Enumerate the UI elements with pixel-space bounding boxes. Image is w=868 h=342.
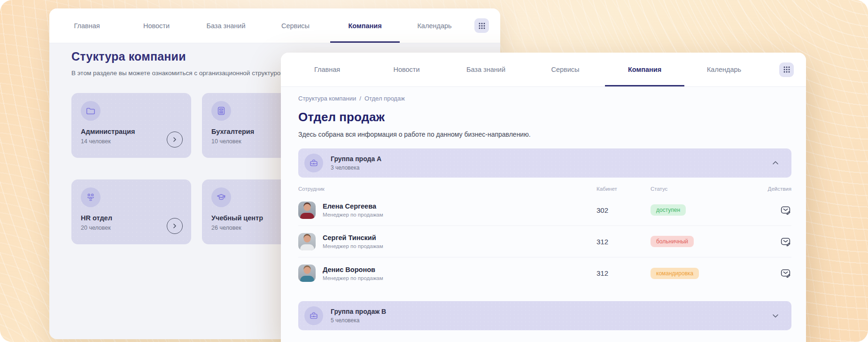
team-icon [81,187,101,207]
department-name: Администрация [81,128,182,135]
page-background: Главная Новости База знаний Сервисы Комп… [0,0,868,342]
tab-company[interactable]: Компания [330,8,400,43]
chevron-down-icon[interactable] [772,312,779,319]
column-header-room: Кабинет [597,186,651,192]
apps-menu-button[interactable] [474,18,489,33]
status-badge: командировка [651,268,699,279]
chevron-up-icon[interactable] [772,159,779,167]
employee-table: Сотрудник Кабинет Статус Действия Елена … [298,184,791,289]
compose-mail-icon[interactable] [780,236,791,248]
folder-icon [81,101,101,121]
page-title: Отдел продаж [298,110,791,124]
employee-room: 312 [597,269,651,277]
breadcrumb-company-structure[interactable]: Структура компании [298,95,356,102]
breadcrumb-current: Отдел продаж [364,95,405,102]
chevron-right-circle-icon[interactable] [167,132,183,148]
calculator-icon [211,101,231,121]
avatar [298,233,316,250]
apps-menu-button[interactable] [779,62,794,77]
tab-knowledge-base[interactable]: База знаний [446,53,526,86]
status-badge: больничный [651,236,694,247]
group-header-sales-b[interactable]: Группа продаж В 5 человека [298,301,791,330]
tab-news[interactable]: Новости [122,8,191,43]
table-row: Елена Сергеева Менеджер по продажам 302 … [298,194,791,226]
employee-name: Елена Сергеева [323,202,383,210]
table-row: Сергей Тинский Менеджер по продажам 312 … [298,226,791,257]
table-header-row: Сотрудник Кабинет Статус Действия [298,184,791,194]
employee-name: Денис Воронов [323,266,383,273]
group-count: 5 человека [331,317,386,324]
avatar [298,202,316,219]
breadcrumb: Структура компании / Отдел продаж [298,95,791,102]
tab-services[interactable]: Сервисы [261,8,330,43]
employee-role: Менеджер по продажам [323,243,383,249]
employee-name: Сергей Тинский [323,234,383,241]
tab-news[interactable]: Новости [367,53,446,86]
tab-calendar[interactable]: Календарь [400,8,469,43]
tab-calendar[interactable]: Календарь [684,53,764,86]
tab-knowledge-base[interactable]: База знаний [191,8,261,43]
graduation-cap-icon [211,187,231,207]
page-subtitle: Здесь собрана вся информация о работе по… [298,131,791,138]
table-row: Денис Воронов Менеджер по продажам 312 к… [298,257,791,289]
main-nav: Главная Новости База знаний Сервисы Комп… [281,53,806,87]
group-name: Группа продаж В [331,308,386,315]
avatar [298,264,316,282]
group-name: Группа прода А [331,155,381,163]
department-name: HR отдел [81,214,182,222]
employee-room: 312 [597,238,651,246]
tab-services[interactable]: Сервисы [526,53,605,86]
employee-role: Менеджер по продажам [323,212,383,218]
column-header-status: Статус [651,186,759,192]
compose-mail-icon[interactable] [780,204,791,216]
tab-company[interactable]: Компания [605,53,684,86]
briefcase-icon [304,306,323,325]
tab-home[interactable]: Главная [52,8,122,43]
employee-room: 302 [597,206,651,214]
employee-role: Менеджер по продажам [323,275,383,281]
breadcrumb-separator: / [359,95,361,102]
sales-department-window: Главная Новости База знаний Сервисы Комп… [281,53,806,342]
status-badge: доступен [651,204,686,216]
compose-mail-icon[interactable] [780,267,791,279]
briefcase-icon [304,154,323,172]
column-header-actions: Действия [768,186,791,192]
grid-dots-icon [478,22,486,30]
chevron-right-circle-icon[interactable] [167,218,183,234]
group-header-sales-a[interactable]: Группа прода А 3 человека [298,148,791,178]
department-card-hr[interactable]: HR отдел 20 человек [71,179,191,244]
tab-home[interactable]: Главная [287,53,367,86]
grid-dots-icon [783,66,790,73]
column-header-employee: Сотрудник [298,186,597,192]
main-nav: Главная Новости База знаний Сервисы Комп… [49,8,500,43]
department-card-administration[interactable]: Администрация 14 человек [71,93,191,158]
group-count: 3 человека [331,164,381,171]
